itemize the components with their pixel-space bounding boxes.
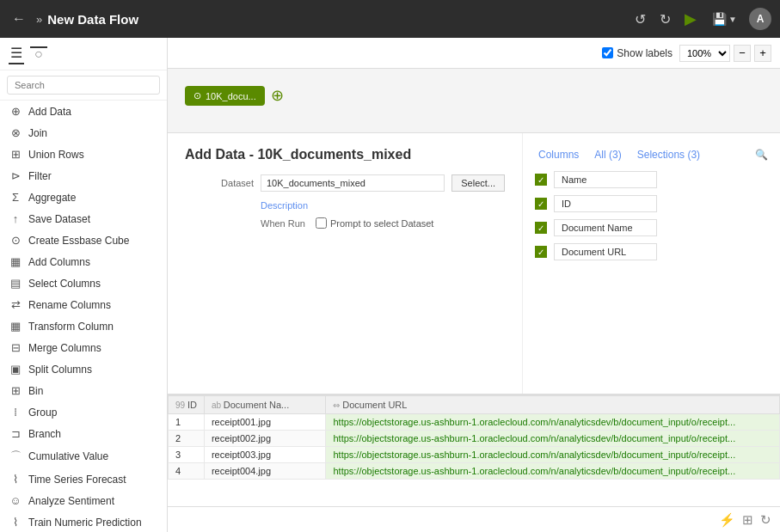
tab-columns[interactable]: Columns xyxy=(535,147,582,162)
sidebar-item-create-essbase[interactable]: ⊙Create Essbase Cube xyxy=(0,229,167,251)
save-icon: 💾 xyxy=(712,12,727,26)
select-button[interactable]: Select... xyxy=(451,174,505,192)
sidebar-search-container xyxy=(0,70,167,101)
sidebar-item-save-dataset[interactable]: ↑Save Dataset xyxy=(0,208,167,229)
zoom-control: 100% 75% 50% 125% 150% − + xyxy=(679,45,771,62)
sidebar-item-rename-columns[interactable]: ⇄Rename Columns xyxy=(0,294,167,315)
back-button[interactable]: ← xyxy=(9,8,29,30)
cell-id: 1 xyxy=(169,414,205,431)
sidebar-item-label: Save Dataset xyxy=(28,213,90,225)
flow-node-10k[interactable]: ⊙ 10K_docu... xyxy=(185,86,265,106)
save-button[interactable]: 💾 ▼ xyxy=(707,9,742,29)
sidebar-item-select-columns[interactable]: ▤Select Columns xyxy=(0,272,167,294)
dataset-input[interactable] xyxy=(261,174,445,192)
bottom-toolbar: ⚡ ⊞ ↻ xyxy=(168,506,780,532)
sidebar-item-join[interactable]: ⊗Join xyxy=(0,122,167,144)
sidebar-item-branch[interactable]: ⊐Branch xyxy=(0,423,167,444)
redo-button[interactable]: ↻ xyxy=(656,8,674,31)
table-row: 4 receipt004.jpg https://objectstorage.u… xyxy=(169,463,780,480)
rename-columns-icon: ⇄ xyxy=(9,298,22,311)
sidebar-item-label: Time Series Forecast xyxy=(28,474,126,486)
tab-all[interactable]: All (3) xyxy=(591,147,624,162)
transform-column-icon: ▦ xyxy=(9,320,22,333)
sidebar-item-bin[interactable]: ⊞Bin xyxy=(0,380,167,401)
create-essbase-icon: ⊙ xyxy=(9,234,22,247)
select-columns-icon: ▤ xyxy=(9,277,22,290)
zoom-in-button[interactable]: + xyxy=(754,45,771,62)
sidebar-item-label: Add Data xyxy=(28,106,71,118)
sidebar-item-label: Create Essbase Cube xyxy=(28,235,129,247)
sidebar-item-cumulative-value[interactable]: ⌒Cumulative Value xyxy=(0,444,167,468)
add-data-icon: ⊕ xyxy=(9,105,22,118)
zoom-select[interactable]: 100% 75% 50% 125% 150% xyxy=(679,45,730,62)
refresh-icon[interactable]: ↻ xyxy=(760,512,771,528)
sidebar-item-split-columns[interactable]: ▣Split Columns xyxy=(0,358,167,380)
cell-doc-name: receipt002.jpg xyxy=(204,431,326,447)
sidebar-item-label: Union Rows xyxy=(28,149,84,161)
sidebar-item-label: Merge Columns xyxy=(28,342,101,354)
column-item-document-name: Document Name xyxy=(535,219,768,236)
column-item-name: Name xyxy=(535,171,768,188)
bin-icon: ⊞ xyxy=(9,384,22,397)
sidebar: ☰ ○ ⊕Add Data⊗Join⊞Union Rows⊳FilterΣAgg… xyxy=(0,38,168,532)
columns-header: Columns All (3) Selections (3) 🔍 xyxy=(535,147,768,162)
prompt-checkbox[interactable] xyxy=(316,217,327,229)
col-checkbox[interactable] xyxy=(535,246,547,258)
cell-url: https://objectstorage.us-ashburn-1.oracl… xyxy=(326,447,780,463)
col-name: Document Name xyxy=(554,219,657,236)
show-labels-checkbox[interactable] xyxy=(602,47,613,58)
show-labels-label[interactable]: Show labels xyxy=(602,47,673,59)
col-checkbox[interactable] xyxy=(535,198,547,210)
zoom-out-button[interactable]: − xyxy=(734,45,751,62)
group-icon: ⁞ xyxy=(9,406,22,419)
sidebar-item-group[interactable]: ⁞Group xyxy=(0,401,167,423)
when-run-row: When Run Prompt to select Dataset xyxy=(261,217,505,229)
flow-node-add-button[interactable]: ⊕ xyxy=(271,86,284,105)
cell-id: 2 xyxy=(169,431,205,447)
sidebar-items-list: ⊕Add Data⊗Join⊞Union Rows⊳FilterΣAggrega… xyxy=(0,101,167,532)
sidebar-item-aggregate[interactable]: ΣAggregate xyxy=(0,187,167,208)
column-item-document-url: Document URL xyxy=(535,243,768,260)
run-button[interactable]: ▶ xyxy=(681,6,700,32)
time-series-forecast-icon: ⌇ xyxy=(9,473,22,486)
sidebar-item-analyze-sentiment[interactable]: ☺Analyze Sentiment xyxy=(0,490,167,511)
cell-url: https://objectstorage.us-ashburn-1.oracl… xyxy=(326,431,780,447)
sidebar-item-add-data[interactable]: ⊕Add Data xyxy=(0,101,167,122)
breadcrumb: » New Data Flow xyxy=(36,12,138,27)
cell-doc-name: receipt004.jpg xyxy=(204,463,326,480)
table-row: 2 receipt002.jpg https://objectstorage.u… xyxy=(169,431,780,447)
sidebar-item-union-rows[interactable]: ⊞Union Rows xyxy=(0,144,167,165)
undo-button[interactable]: ↺ xyxy=(631,8,649,31)
sidebar-item-transform-column[interactable]: ▦Transform Column xyxy=(0,315,167,337)
sidebar-item-label: Train Numeric Prediction xyxy=(28,517,142,529)
sidebar-item-time-series-forecast[interactable]: ⌇Time Series Forecast xyxy=(0,468,167,490)
sidebar-item-add-columns[interactable]: ▦Add Columns xyxy=(0,251,167,272)
breadcrumb-icon: » xyxy=(36,13,42,26)
top-bar: ← » New Data Flow ↺ ↻ ▶ 💾 ▼ A xyxy=(0,0,780,38)
search-input[interactable] xyxy=(7,76,160,95)
sidebar-item-filter[interactable]: ⊳Filter xyxy=(0,165,167,187)
description-label: Description xyxy=(261,200,505,211)
prompt-checkbox-label[interactable]: Prompt to select Dataset xyxy=(316,217,433,229)
table-row: 3 receipt003.jpg https://objectstorage.u… xyxy=(169,447,780,463)
sidebar-tab-components[interactable]: ☰ xyxy=(9,43,24,64)
avatar-button[interactable]: A xyxy=(749,8,771,30)
canvas-flow: ⊙ 10K_docu... ⊕ xyxy=(168,69,780,133)
sidebar-item-merge-columns[interactable]: ⊟Merge Columns xyxy=(0,337,167,358)
prompt-label: Prompt to select Dataset xyxy=(330,218,433,229)
sidebar-item-label: Aggregate xyxy=(28,192,76,204)
tab-selections[interactable]: Selections (3) xyxy=(634,147,703,162)
union-rows-icon: ⊞ xyxy=(9,148,22,161)
lightning-icon[interactable]: ⚡ xyxy=(719,512,735,528)
grid-icon[interactable]: ⊞ xyxy=(742,512,753,528)
col-name: Document URL xyxy=(554,243,657,260)
col-checkbox[interactable] xyxy=(535,174,547,186)
sidebar-tabs: ☰ ○ xyxy=(0,38,167,70)
table-header-row: 99 ID ab Document Na... ⇔ Document URL xyxy=(169,396,780,414)
sidebar-item-label: Rename Columns xyxy=(28,299,111,311)
col-checkbox[interactable] xyxy=(535,222,547,234)
sidebar-item-train-numeric-prediction[interactable]: ⌇Train Numeric Prediction xyxy=(0,511,167,532)
show-labels-text: Show labels xyxy=(617,47,673,59)
columns-search-icon[interactable]: 🔍 xyxy=(755,149,768,161)
join-icon: ⊗ xyxy=(9,126,22,139)
